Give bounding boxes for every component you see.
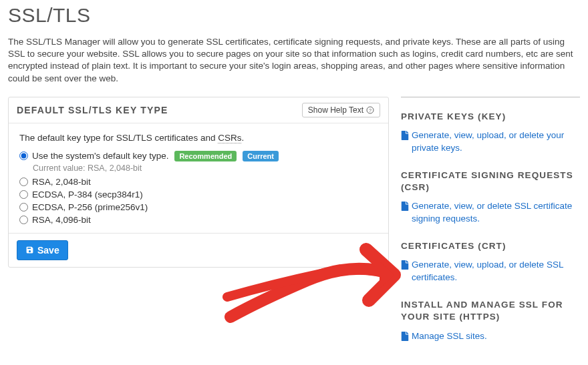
sidebar-section: PRIVATE KEYS (KEY)Generate, view, upload…	[401, 111, 580, 155]
panel-title: DEFAULT SSL/TLS KEY TYPE	[17, 105, 168, 115]
intro-text: The SSL/TLS Manager will allow you to ge…	[8, 36, 580, 85]
save-label: Save	[37, 245, 59, 256]
sidebar-link[interactable]: Manage SSL sites.	[401, 330, 580, 345]
current-badge: Current	[243, 151, 279, 161]
key-type-option-label: Use the system's default key type.	[32, 151, 168, 161]
key-type-option[interactable]: Use the system's default key type.Recomm…	[19, 149, 378, 163]
key-type-option[interactable]: RSA, 2,048-bit	[19, 175, 378, 188]
key-type-radio[interactable]	[19, 203, 28, 212]
file-icon	[401, 129, 409, 144]
page-title: SSL/TLS	[8, 4, 580, 27]
key-type-option-label: RSA, 2,048-bit	[32, 177, 91, 187]
sidebar-link-text: Generate, view, upload, or delete SSL ce…	[412, 259, 580, 284]
file-icon	[401, 200, 409, 215]
recommended-badge: Recommended	[174, 151, 237, 161]
key-type-option-label: RSA, 4,096-bit	[32, 215, 91, 225]
sidebar-link[interactable]: Generate, view, upload, or delete SSL ce…	[401, 259, 580, 284]
panel-lead-prefix: The default key type for SSL/TLS certifi…	[19, 133, 218, 143]
sidebar-section: CERTIFICATES (CRT)Generate, view, upload…	[401, 240, 580, 284]
sidebar-link-text: Manage SSL sites.	[412, 330, 487, 343]
svg-text:?: ?	[369, 107, 372, 112]
sidebar-section-title: INSTALL AND MANAGE SSL FOR YOUR SITE (HT…	[401, 299, 580, 323]
panel-lead: The default key type for SSL/TLS certifi…	[19, 133, 378, 143]
key-type-option-label: ECDSA, P-256 (prime256v1)	[32, 202, 148, 212]
sidebar-link-text: Generate, view, upload, or delete your p…	[412, 129, 580, 155]
sidebar: PRIVATE KEYS (KEY)Generate, view, upload…	[401, 97, 580, 360]
sidebar-link[interactable]: Generate, view, upload, or delete your p…	[401, 129, 580, 155]
sidebar-section-title: PRIVATE KEYS (KEY)	[401, 111, 580, 123]
key-type-option[interactable]: ECDSA, P-384 (secp384r1)	[19, 188, 378, 201]
sidebar-link-text: Generate, view, or delete SSL certificat…	[412, 200, 580, 226]
current-value-text: Current value: RSA, 2,048-bit	[33, 163, 378, 173]
show-help-button[interactable]: Show Help Text ?	[302, 103, 380, 117]
key-type-radio[interactable]	[19, 190, 28, 199]
file-icon	[401, 330, 409, 345]
key-type-radio[interactable]	[19, 177, 28, 186]
file-icon	[401, 259, 409, 274]
panel-lead-suffix: .	[241, 133, 244, 143]
key-type-radio[interactable]	[19, 216, 28, 224]
key-type-panel: DEFAULT SSL/TLS KEY TYPE Show Help Text …	[8, 97, 389, 268]
sidebar-section: CERTIFICATE SIGNING REQUESTS (CSR)Genera…	[401, 169, 580, 226]
help-icon: ?	[366, 106, 374, 114]
sidebar-link[interactable]: Generate, view, or delete SSL certificat…	[401, 200, 580, 226]
show-help-label: Show Help Text	[308, 105, 363, 115]
save-button[interactable]: Save	[17, 240, 68, 260]
key-type-options: Use the system's default key type.Recomm…	[19, 149, 378, 226]
key-type-option-label: ECDSA, P-384 (secp384r1)	[32, 190, 143, 200]
csrs-abbr: CSRs	[218, 133, 241, 143]
sidebar-section-title: CERTIFICATE SIGNING REQUESTS (CSR)	[401, 169, 580, 194]
key-type-option[interactable]: ECDSA, P-256 (prime256v1)	[19, 201, 378, 214]
sidebar-section: INSTALL AND MANAGE SSL FOR YOUR SITE (HT…	[401, 299, 580, 344]
key-type-option[interactable]: RSA, 4,096-bit	[19, 214, 378, 226]
sidebar-section-title: CERTIFICATES (CRT)	[401, 240, 580, 252]
save-icon	[25, 246, 34, 254]
key-type-radio[interactable]	[19, 151, 28, 160]
